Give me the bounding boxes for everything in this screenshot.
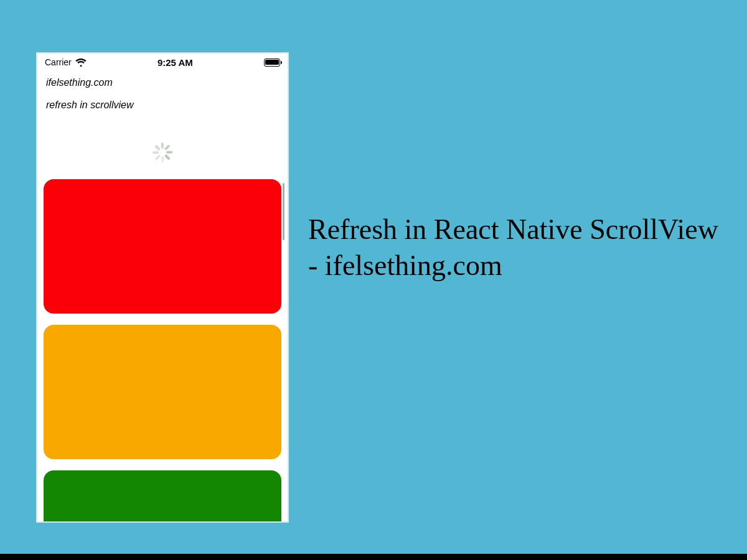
page-title: Refresh in React Native ScrollView - ife…	[308, 212, 731, 283]
list-item	[44, 179, 281, 314]
status-bar-left: Carrier	[45, 57, 87, 67]
scrollview[interactable]	[37, 179, 288, 523]
app-brand: ifelsething.com	[46, 77, 279, 88]
phone-simulator-frame: Carrier 9:25 AM ifelsething.com refresh …	[36, 52, 289, 523]
status-bar: Carrier 9:25 AM	[37, 54, 288, 71]
battery-icon	[264, 58, 280, 67]
clock: 9:25 AM	[157, 57, 193, 68]
app-header: ifelsething.com refresh in scrollview	[37, 71, 288, 111]
canvas: Carrier 9:25 AM ifelsething.com refresh …	[0, 0, 747, 554]
spinner-icon	[152, 142, 173, 163]
wifi-icon	[75, 58, 87, 67]
list-item	[44, 470, 281, 523]
app-subtitle: refresh in scrollview	[46, 100, 279, 111]
carrier-label: Carrier	[45, 57, 72, 67]
scrollbar-thumb[interactable]	[283, 183, 284, 240]
status-bar-right	[264, 58, 280, 67]
list-item	[44, 325, 281, 459]
refresh-control[interactable]	[37, 142, 288, 163]
